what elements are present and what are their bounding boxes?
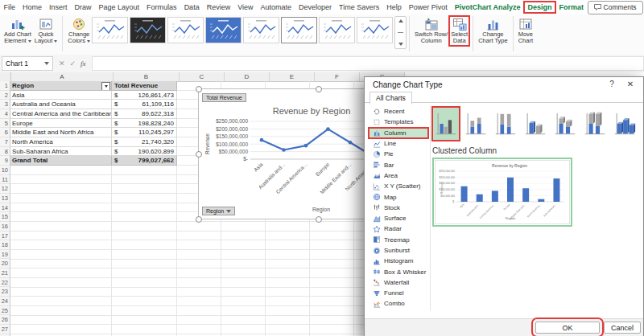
row-header-2[interactable]: 2 [0,91,10,100]
ok-button[interactable]: OK [535,322,600,334]
help-icon[interactable]: ? [606,80,617,88]
chart-handle[interactable] [196,86,202,92]
column-header-b[interactable]: B [114,72,180,81]
close-icon[interactable]: ✕ [624,80,637,88]
row-header-1[interactable]: 1 [0,81,10,91]
chart-type-x-y-scatter[interactable]: X Y (Scatter) [369,181,428,191]
row-header-19[interactable]: 19 [0,250,10,260]
column-header-c[interactable]: C [180,72,225,81]
cell-revenue[interactable]: Total Revenue [112,81,177,91]
chart-style-thumbnail-4[interactable] [205,17,242,43]
gallery-scroll[interactable] [394,16,407,49]
cell-region[interactable]: Central America and the Caribbean [10,109,112,119]
chart-type-sunburst[interactable]: Sunburst [369,245,428,256]
row-header-6[interactable]: 6 [0,128,10,137]
menu-tab-page-layout[interactable]: Page Layout [95,2,143,13]
scroll-down-icon[interactable] [398,43,403,46]
cell-region[interactable]: Europe [10,119,112,129]
row-header-4[interactable]: 4 [0,109,10,119]
row-header-27[interactable]: 27 [0,325,10,334]
chart-type-combo[interactable]: Combo [369,298,428,309]
comments-button[interactable]: Comments [588,1,643,14]
table-header-row[interactable]: RegionTotal Revenue [10,81,177,91]
subtype-3d-clustered-column-icon[interactable] [522,107,549,141]
chart-type-map[interactable]: Map [369,191,428,202]
menu-tab-format[interactable]: Format [555,2,588,13]
chart-type-stock[interactable]: Stock [369,203,428,213]
cell-revenue[interactable]: $198,828,240 [112,119,177,129]
chart-type-recent[interactable]: Recent [369,106,428,117]
table-row[interactable]: Central America and the Caribbean$89,622… [10,109,177,119]
chart-type-histogram[interactable]: Histogram [369,256,428,266]
cell-revenue[interactable]: $110,245,297 [112,128,177,137]
chart-handle[interactable] [316,86,322,92]
name-box[interactable]: Chart 1 [2,56,53,71]
row-header-22[interactable]: 22 [0,278,10,288]
menu-tab-home[interactable]: Home [19,2,46,13]
cell-region[interactable]: Australia and Oceania [10,100,112,109]
subtype-3d-stacked-column-icon[interactable] [551,107,579,141]
row-header-23[interactable]: 23 [0,287,10,297]
subtype-stacked-column-icon[interactable] [462,107,489,141]
change-colors-button[interactable]: Change Colors [66,16,92,46]
row-header-20[interactable]: 20 [0,259,10,268]
tab-all-charts[interactable]: All Charts [369,92,412,104]
switch-row-column-button[interactable]: Switch Row/ Column [413,16,449,46]
chart-handle[interactable] [196,216,202,223]
chart-style-thumbnail-7[interactable] [319,17,355,43]
chart-style-thumbnail-6[interactable] [281,17,317,43]
row-header-17[interactable]: 17 [0,232,10,241]
menu-tab-help[interactable]: Help [383,2,406,13]
chart-type-templates[interactable]: Templates [369,117,428,127]
row-header-13[interactable]: 13 [0,194,10,203]
subtype-3d-100-stacked-column-icon[interactable] [581,107,609,141]
chart-style-thumbnail-3[interactable] [167,17,204,43]
column-header-f[interactable]: F [315,72,360,81]
cell-region[interactable]: Region [10,81,112,91]
chart-type-column[interactable]: Column [369,128,428,138]
change-chart-type-button[interactable]: Change Chart Type [477,16,510,46]
chart-style-thumbnail-8[interactable] [357,17,393,43]
chart-type-line[interactable]: Line [369,138,428,149]
cell-region[interactable]: Middle East and North Africa [10,128,112,137]
row-header-25[interactable]: 25 [0,306,10,316]
chart-handle[interactable] [196,151,202,158]
chart-type-waterfall[interactable]: Waterfall [369,277,428,288]
chart-type-treemap[interactable]: Treemap [369,235,428,245]
quick-layout-button[interactable]: Quick Layout [33,16,60,46]
chart-type-surface[interactable]: Surface [369,213,428,223]
chart-type-funnel[interactable]: Funnel [369,288,428,298]
row-header-18[interactable]: 18 [0,240,10,250]
table-row[interactable]: Australia and Oceania$61,109,116 [10,100,177,109]
subtype-clustered-column-icon[interactable] [432,107,460,141]
subtype-100-stacked-column-icon[interactable] [492,107,519,141]
chart-handle[interactable] [316,216,322,223]
row-header-14[interactable]: 14 [0,203,10,213]
chart-style-thumbnail-1[interactable] [92,17,128,43]
menu-tab-file[interactable]: File [0,2,19,13]
value-field-button[interactable]: Total Revenue [202,93,246,102]
cell-revenue[interactable]: $21,740,320 [112,137,177,147]
scroll-up-icon[interactable] [398,19,403,23]
menu-tab-draw[interactable]: Draw [71,2,95,13]
row-header-8[interactable]: 8 [0,147,10,157]
chart-style-thumbnail-2[interactable] [130,17,166,43]
row-header-21[interactable]: 21 [0,268,10,278]
menu-tab-design[interactable]: Design [524,2,555,13]
axis-field-button[interactable]: Region [202,207,235,215]
row-header-11[interactable]: 11 [0,175,10,185]
column-header-e[interactable]: E [270,72,315,81]
insert-function-icon[interactable]: fx [80,59,86,68]
move-chart-button[interactable]: Move Chart [517,16,535,46]
cell-region[interactable]: Asia [10,91,112,100]
row-header-12[interactable]: 12 [0,184,10,194]
row-header-3[interactable]: 3 [0,100,10,109]
chart-style-thumbnail-5[interactable] [243,17,279,43]
table-row[interactable]: Asia$126,861,473 [10,91,177,100]
row-header-5[interactable]: 5 [0,119,10,129]
row-header-16[interactable]: 16 [0,222,10,232]
menu-tab-automate[interactable]: Automate [257,2,295,13]
cell-revenue[interactable]: $61,109,116 [112,100,177,109]
menu-tab-review[interactable]: Review [203,2,234,13]
table-row[interactable]: North America$21,740,320 [10,137,177,147]
